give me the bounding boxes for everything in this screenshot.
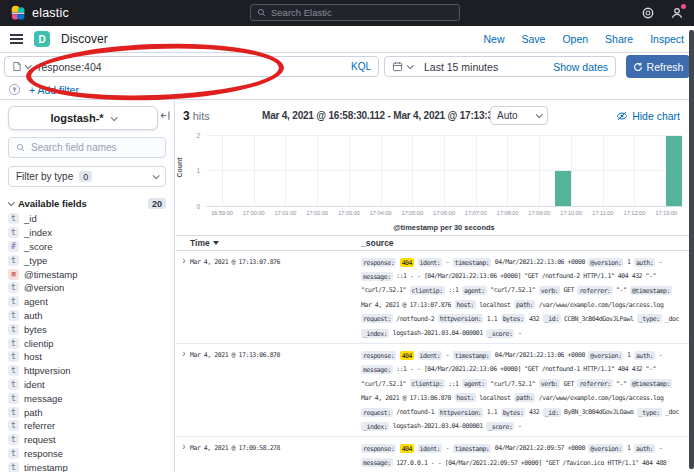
eye-closed-icon <box>616 110 628 122</box>
filter-icon[interactable] <box>8 83 21 96</box>
sort-desc-icon <box>213 241 219 245</box>
source-field-name: referrer: <box>577 286 612 295</box>
available-fields-header[interactable]: Available fields 20 <box>8 198 166 209</box>
expand-doc-icon[interactable]: › <box>178 255 190 340</box>
save-button[interactable]: Save <box>521 33 545 45</box>
source-value: "curl/7.52.1" <box>490 286 535 294</box>
field-item-request[interactable]: trequest <box>8 433 166 447</box>
expand-doc-icon[interactable]: › <box>178 348 190 433</box>
source-field-name: _index: <box>361 329 389 338</box>
menu-hamburger-icon[interactable] <box>10 34 23 44</box>
source-field-name: @timestamp: <box>630 286 672 295</box>
y-tick-label: 1 <box>196 168 200 175</box>
source-field-name: @timestamp: <box>630 379 672 388</box>
time-range-value[interactable]: Last 15 minutes <box>424 61 498 73</box>
elastic-logo-icon[interactable] <box>10 5 26 21</box>
show-dates-button[interactable]: Show dates <box>553 61 608 73</box>
source-field-name: host: <box>455 393 476 402</box>
field-name: response <box>24 448 63 459</box>
gridline <box>206 170 682 171</box>
doc-time: Mar 4, 2021 @ 17:13:06.870 <box>190 348 361 433</box>
search-field-names-input[interactable]: Search field names <box>8 137 166 158</box>
share-button[interactable]: Share <box>605 33 633 45</box>
field-item-httpversion[interactable]: thttpversion <box>8 364 166 378</box>
index-pattern-name: logstash-* <box>50 112 103 124</box>
field-name: auth <box>24 310 43 321</box>
source-field-name: path: <box>514 300 535 309</box>
global-search-input[interactable]: Search Elastic <box>250 4 460 21</box>
gridline <box>603 136 604 206</box>
interval-select[interactable]: Auto <box>490 106 548 125</box>
index-pattern-select[interactable]: logstash-* <box>8 106 158 130</box>
time-range-picker[interactable]: Last 15 minutes Show dates <box>384 56 616 77</box>
calendar-field-icon: ▦ <box>8 269 19 280</box>
source-value: _doc <box>665 315 679 323</box>
vertical-scrollbar[interactable] <box>689 30 694 469</box>
calendar-icon[interactable] <box>392 61 403 72</box>
source-value: _doc <box>665 408 679 416</box>
source-value: /notfound-2 <box>396 315 434 323</box>
brand-text: elastic <box>32 6 69 20</box>
field-item-@timestamp[interactable]: ▦@timestamp <box>8 267 166 281</box>
source-field-name: request: <box>361 314 393 323</box>
chevron-down-icon[interactable] <box>25 62 32 69</box>
x-tick-label: 17:10:00 <box>560 210 582 216</box>
chevron-down-icon[interactable] <box>407 62 414 69</box>
refresh-button[interactable]: Refresh <box>626 55 690 78</box>
string-field-icon: t <box>8 393 19 404</box>
field-item-referrer[interactable]: treferrer <box>8 419 166 433</box>
query-language-button[interactable]: KQL <box>351 61 371 72</box>
source-field-name: ident: <box>418 258 443 267</box>
expand-doc-icon[interactable]: › <box>178 441 190 472</box>
field-name: agent <box>24 296 48 307</box>
chart-date-range: Mar 4, 2021 @ 16:58:30.112 - Mar 4, 2021… <box>262 110 516 121</box>
open-button[interactable]: Open <box>562 33 588 45</box>
field-item-_index[interactable]: t_index <box>8 226 166 240</box>
gridline <box>571 136 572 206</box>
gridline <box>222 136 223 206</box>
time-column-header[interactable]: Time <box>190 238 361 248</box>
field-item-ident[interactable]: tident <box>8 378 166 392</box>
query-input[interactable]: response:404 KQL <box>4 56 379 77</box>
filter-by-type-select[interactable]: Filter by type 0 <box>8 166 166 187</box>
source-value: "curl/7.52.1" <box>490 380 535 388</box>
field-item-auth[interactable]: tauth <box>8 309 166 323</box>
filter-bar: + Add filter <box>0 80 694 100</box>
help-icon[interactable] <box>641 6 655 20</box>
hide-chart-button[interactable]: Hide chart <box>616 110 680 122</box>
field-item-agent[interactable]: tagent <box>8 295 166 309</box>
query-text: response:404 <box>38 61 102 73</box>
new-button[interactable]: New <box>483 33 504 45</box>
string-field-icon: t <box>8 310 19 321</box>
field-item-response[interactable]: tresponse <box>8 447 166 461</box>
chevron-down-icon <box>110 114 117 121</box>
inspect-button[interactable]: Inspect <box>650 33 684 45</box>
source-value: ::1 <box>448 286 458 294</box>
saved-query-icon[interactable] <box>12 61 22 72</box>
field-item-clientip[interactable]: tclientip <box>8 336 166 350</box>
field-item-_type[interactable]: t_type <box>8 253 166 267</box>
source-field-name: message: <box>361 458 393 467</box>
available-fields-count-badge: 20 <box>148 198 166 209</box>
x-tick-label: 17:09:00 <box>528 210 550 216</box>
chart-bar[interactable] <box>666 136 682 206</box>
field-item-timestamp[interactable]: ttimestamp <box>8 460 166 472</box>
source-field-name: host: <box>455 300 476 309</box>
field-item-bytes[interactable]: tbytes <box>8 322 166 336</box>
field-item-_score[interactable]: #_score <box>8 240 166 254</box>
field-name: request <box>24 434 56 445</box>
add-filter-button[interactable]: + Add filter <box>29 84 79 96</box>
field-name: _type <box>24 255 47 266</box>
available-fields-label: Available fields <box>18 198 87 209</box>
field-item-@version[interactable]: t@version <box>8 281 166 295</box>
user-avatar[interactable] <box>670 6 684 20</box>
chart-bar[interactable] <box>555 171 571 206</box>
source-field-name: message: <box>361 365 393 374</box>
collapse-sidebar-icon[interactable] <box>160 110 171 121</box>
field-item-host[interactable]: thost <box>8 350 166 364</box>
field-item-message[interactable]: tmessage <box>8 391 166 405</box>
source-field-name: @version: <box>588 258 623 267</box>
field-item-path[interactable]: tpath <box>8 405 166 419</box>
source-field-name: ident: <box>418 351 443 360</box>
field-item-_id[interactable]: t_id <box>8 212 166 226</box>
